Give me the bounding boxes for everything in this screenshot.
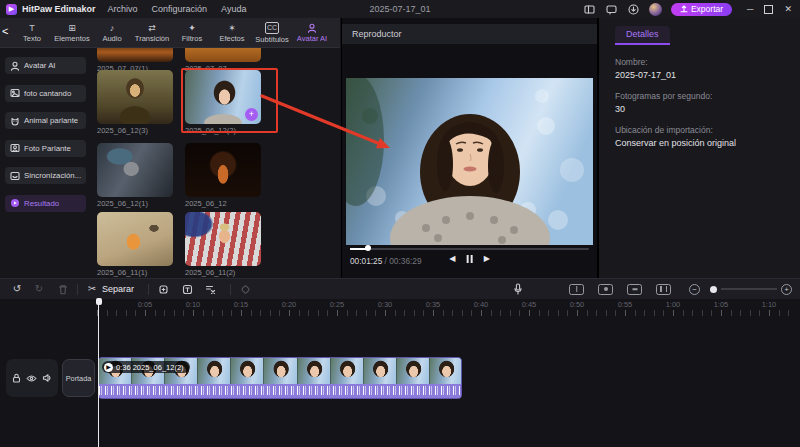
- tab-avatar-ai[interactable]: Avatar AI: [292, 23, 332, 43]
- media-thumbnail[interactable]: [185, 143, 261, 197]
- pause-button[interactable]: [466, 255, 472, 263]
- singing-photo-icon: [10, 88, 20, 98]
- feedback-icon[interactable]: [605, 3, 618, 16]
- mute-track-icon[interactable]: [42, 373, 52, 383]
- playhead-line[interactable]: [98, 300, 99, 447]
- ruler-label: 0:55: [618, 300, 633, 309]
- media-thumbnail[interactable]: [97, 143, 173, 197]
- tab-filtros[interactable]: ✦ Filtros: [172, 23, 212, 43]
- sidebar-item-resultado[interactable]: Resultado: [5, 195, 86, 212]
- media-item[interactable]: 2025_06_12: [185, 143, 263, 208]
- app-logo-icon: ▶: [6, 4, 17, 15]
- ruler-label: 0:45: [522, 300, 537, 309]
- seek-slider[interactable]: [350, 247, 589, 250]
- ruler-label: 0:15: [234, 300, 249, 309]
- user-avatar[interactable]: [649, 3, 662, 16]
- snap-icon[interactable]: [569, 284, 584, 295]
- media-thumbnail[interactable]: [97, 212, 173, 266]
- media-item[interactable]: 2025_06_11(1): [97, 212, 175, 277]
- avatar-sidebar: Avatar AI foto cantando Animal parlante …: [0, 48, 92, 278]
- download-icon[interactable]: [627, 3, 640, 16]
- filmstrip-frame: [364, 358, 397, 384]
- collapse-chevron-icon[interactable]: <: [2, 25, 8, 37]
- hide-track-icon[interactable]: [26, 374, 37, 383]
- menu-configuracion[interactable]: Configuración: [152, 4, 208, 14]
- sidebar-item-animal-parlante[interactable]: Animal parlante: [5, 112, 86, 129]
- media-thumbnail[interactable]: [185, 48, 261, 62]
- titlebar: ▶ HitPaw Edimakor Archivo Configuración …: [0, 0, 800, 18]
- layout-icon[interactable]: [583, 3, 596, 16]
- ruler-label: 0:25: [330, 300, 345, 309]
- redo-icon[interactable]: ↻: [32, 282, 46, 296]
- minimize-button[interactable]: ─: [747, 4, 753, 14]
- separar-label[interactable]: Separar: [102, 284, 134, 294]
- media-thumbnail[interactable]: [97, 70, 173, 124]
- timeline-clip[interactable]: ▶ 0:36 2025_06_12(2): [98, 357, 462, 399]
- media-item[interactable]: 2025_06_12(3): [97, 70, 175, 135]
- tab-detalles[interactable]: Detalles: [615, 26, 670, 45]
- menu-archivo[interactable]: Archivo: [108, 4, 138, 14]
- music-note-icon: ♪: [110, 23, 115, 33]
- crop-icon[interactable]: [156, 282, 170, 296]
- zoom-out-icon[interactable]: −: [689, 284, 700, 295]
- captions-icon: CC: [265, 22, 279, 34]
- tab-subtitulos[interactable]: CC Subtítulos: [252, 22, 292, 44]
- link-clips-icon[interactable]: [627, 284, 642, 295]
- filmstrip-frame: [430, 358, 461, 384]
- seek-knob[interactable]: [365, 245, 371, 251]
- transition-icon: ⇄: [148, 23, 156, 33]
- sidebar-item-sincronizacion[interactable]: Sincronización...: [5, 167, 86, 184]
- ruler-label: 0:05: [138, 300, 153, 309]
- tab-transicion[interactable]: ⇄ Transición: [132, 23, 172, 43]
- export-button[interactable]: Exportar: [671, 3, 732, 16]
- field-label-ubicacion: Ubicación de importación:: [615, 125, 800, 135]
- text-tool-icon[interactable]: [180, 282, 194, 296]
- timeline: ↺ ↻ ✂ Separar − +: [0, 278, 800, 447]
- maximize-button[interactable]: [764, 5, 773, 14]
- fit-timeline-icon[interactable]: [656, 284, 671, 295]
- talking-photo-icon: [10, 143, 20, 153]
- tab-audio[interactable]: ♪ Audio: [92, 23, 132, 43]
- undo-icon[interactable]: ↺: [10, 282, 24, 296]
- close-button[interactable]: ✕: [784, 4, 792, 14]
- keyframe-icon[interactable]: [238, 282, 252, 296]
- ruler-label: 1:00: [666, 300, 681, 309]
- lip-sync-icon: [10, 171, 20, 181]
- sidebar-item-avatar-ai[interactable]: Avatar AI: [5, 57, 86, 74]
- timeline-ruler[interactable]: 0:050:100:150:200:250:300:350:400:450:50…: [0, 299, 800, 319]
- ruler-ticks: [97, 310, 796, 316]
- talking-animal-icon: [10, 116, 20, 126]
- export-icon: [680, 5, 688, 13]
- player-panel: Reproductor: [341, 18, 598, 278]
- cover-button[interactable]: Portada: [62, 359, 95, 397]
- time-display: 00:01:25 / 00:36:29: [350, 256, 422, 266]
- marker-icon[interactable]: [598, 284, 613, 295]
- media-thumbnail[interactable]: [97, 48, 173, 62]
- field-value-fps: 30: [615, 104, 800, 114]
- filmstrip-frame: [397, 358, 430, 384]
- media-thumbnail[interactable]: [185, 212, 261, 266]
- menu-ayuda[interactable]: Ayuda: [221, 4, 246, 14]
- zoom-slider-knob[interactable]: [710, 286, 717, 293]
- media-item[interactable]: 2025_06_12(1): [97, 143, 175, 208]
- lock-track-icon[interactable]: [12, 373, 21, 383]
- field-value-nombre: 2025-07-17_01: [615, 70, 800, 80]
- sidebar-item-foto-parlante[interactable]: Foto Parlante: [5, 140, 86, 157]
- tab-elementos[interactable]: ⊞ Elementos: [52, 23, 92, 43]
- sidebar-item-foto-cantando[interactable]: foto cantando: [5, 85, 86, 102]
- remove-gaps-icon[interactable]: [204, 282, 218, 296]
- prev-frame-button[interactable]: ◀: [449, 254, 455, 263]
- tab-texto[interactable]: T Texto: [12, 23, 52, 43]
- annotation-highlight-rect: [181, 68, 278, 133]
- trash-icon[interactable]: [56, 282, 70, 296]
- microphone-icon[interactable]: [511, 282, 525, 296]
- clip-label: ▶ 0:36 2025_06_12(2): [102, 361, 190, 373]
- ruler-label: 0:40: [474, 300, 489, 309]
- current-time: 00:01:25: [350, 256, 382, 266]
- zoom-slider-track[interactable]: [721, 288, 777, 290]
- zoom-in-icon[interactable]: +: [781, 284, 792, 295]
- tab-efectos[interactable]: ✶ Efectos: [212, 23, 252, 43]
- next-frame-button[interactable]: ▶: [484, 254, 490, 263]
- media-item[interactable]: 2025_06_11(2): [185, 212, 263, 277]
- scissors-icon[interactable]: ✂: [85, 282, 99, 296]
